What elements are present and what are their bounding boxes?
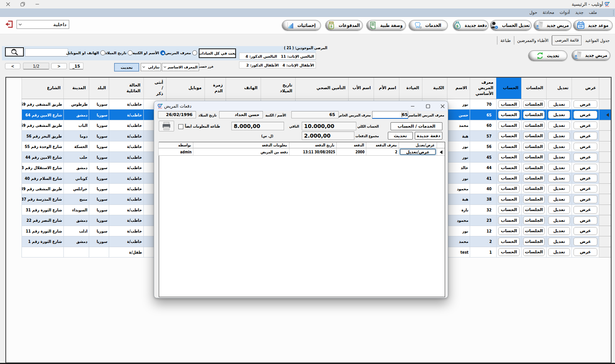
prev-page-button[interactable]: < (5, 63, 20, 69)
row-selector-cell[interactable] (599, 205, 611, 215)
row-view-button[interactable]: عرض (573, 206, 597, 214)
row-selector-cell[interactable] (599, 120, 611, 131)
new-payment-button[interactable]: دفعة جديدة$ (453, 20, 489, 31)
row-edit-button[interactable]: تعديل (548, 121, 570, 129)
tab-patients-list[interactable]: قائمة المرضى (552, 35, 582, 45)
search-button[interactable] (5, 47, 24, 57)
row-view-button[interactable]: عرض (573, 121, 597, 129)
row-view-button[interactable]: عرض (573, 132, 597, 140)
row-sessions-button[interactable]: الجلسات (523, 153, 545, 161)
row-view-button[interactable]: عرض (573, 153, 597, 161)
row-selector-cell[interactable] (599, 184, 611, 194)
tab-print[interactable]: طباعة (497, 36, 514, 45)
row-selector-cell[interactable] (599, 131, 611, 141)
new-patient-toolbar-button[interactable]: مريض جديد (534, 20, 572, 31)
row-selector-cell[interactable] (599, 247, 611, 258)
print-button[interactable] (159, 121, 174, 131)
row-view-button[interactable]: عرض (573, 164, 597, 171)
row-view-button[interactable]: عرض (573, 143, 597, 150)
pay-column-header-by[interactable]: بواسطة (158, 142, 193, 148)
column-header-id[interactable]: معرف المريض الأساسي (470, 78, 496, 99)
column-header-mobile[interactable]: موبايل (166, 78, 204, 99)
row-selector-cell[interactable] (599, 152, 611, 162)
pay-column-header-date[interactable]: تاريخ الدفعة (289, 142, 336, 148)
window-close-icon[interactable] (5, 1, 12, 8)
dlg-services-account-button[interactable]: الخدمات / الحساب (391, 122, 442, 130)
row-sessions-button[interactable]: الجلسات (523, 248, 545, 256)
column-header-birthdate[interactable]: تاريخ الميلاد (261, 78, 295, 99)
row-view-button[interactable]: عرض (573, 185, 597, 193)
column-header-sessions[interactable]: الجلسات (521, 78, 546, 99)
radio-phone-mobile[interactable]: الهاتف او الموبايل (66, 50, 105, 55)
search-input[interactable] (25, 48, 68, 57)
row-edit-button[interactable]: تعديل (548, 248, 570, 256)
radio-patient-id[interactable]: معرف المريض (165, 50, 197, 55)
pay-column-header-amount[interactable]: الدفعة (336, 142, 366, 148)
statistics-button[interactable]: إحصائيات (282, 20, 321, 31)
row-edit-button[interactable]: تعديل (548, 174, 570, 182)
sort-direction-select[interactable]: تنازلي (141, 63, 161, 71)
refresh-button[interactable]: تحديث (528, 50, 567, 61)
dialog-minimize-icon[interactable] (409, 103, 416, 110)
row-edit-button[interactable]: تعديل (548, 164, 570, 171)
row-account-button[interactable]: الحساب (498, 153, 520, 161)
column-header-city[interactable]: المدينة (63, 78, 89, 99)
row-selector-cell[interactable] (599, 141, 611, 152)
row-selector-cell[interactable] (599, 226, 611, 236)
column-header-surname[interactable]: الكنية (422, 78, 447, 99)
row-selector-cell[interactable] (599, 163, 611, 173)
row-selector-cell[interactable] (599, 110, 611, 120)
column-header-marital[interactable]: الحالة العائلية (109, 78, 143, 99)
prescription-button[interactable]: وصفة طبية (366, 20, 406, 31)
row-edit-button[interactable]: تعديل (548, 216, 570, 224)
tab-appointments[interactable]: جدول المواعيد (582, 36, 613, 45)
row-edit-button[interactable]: تعديل (548, 100, 570, 108)
print-info-checkbox[interactable] (178, 124, 183, 129)
row-view-button[interactable]: عرض (573, 195, 597, 203)
column-header-father[interactable]: اسم الأب (348, 78, 374, 99)
row-edit-button[interactable]: تعديل (548, 185, 570, 193)
row-account-button[interactable]: الحساب (498, 111, 520, 118)
dlg-refresh-button[interactable]: تحديث (388, 132, 413, 140)
menu-chat[interactable]: محادثة (540, 8, 557, 17)
sort-field-select[interactable]: المعرف الاساسي (162, 63, 199, 71)
dlg-new-payment-button[interactable]: دفعة جديدة (415, 132, 442, 140)
row-sessions-button[interactable]: الجلسات (523, 132, 545, 140)
menu-about[interactable]: حول (527, 8, 540, 17)
row-account-button[interactable]: الحساب (498, 227, 520, 235)
row-sessions-button[interactable]: الجلسات (523, 227, 545, 235)
logout-icon[interactable] (5, 20, 13, 28)
row-selector-cell[interactable] (599, 99, 611, 110)
row-edit-button[interactable]: تعديل (548, 111, 570, 118)
row-edit-button[interactable]: تعديل (548, 238, 570, 245)
pay-column-header-pay_id[interactable]: معرف الدفعة (366, 142, 399, 148)
row-edit-button[interactable]: تعديل (548, 206, 570, 214)
column-header-edit[interactable]: تعديل (546, 78, 572, 99)
row-sessions-button[interactable]: الجلسات (523, 111, 545, 118)
column-header-name[interactable]: الاسم (447, 78, 470, 99)
row-account-button[interactable]: الحساب (498, 206, 520, 214)
row-sessions-button[interactable]: الجلسات (523, 100, 545, 108)
row-sessions-button[interactable]: الجلسات (523, 143, 545, 150)
row-selector-cell[interactable] (599, 236, 611, 247)
pay-column-header-info[interactable]: معلومات الدفعة (193, 142, 289, 148)
new-appointment-button[interactable]: موعد جديد15 (573, 20, 613, 31)
row-edit-button[interactable]: تعديل (548, 195, 570, 203)
radio-name-surname[interactable]: الأسم او الكنية (133, 50, 165, 55)
services-button[interactable]: الخدمات$ (409, 20, 448, 31)
row-view-button[interactable]: عرض (573, 174, 597, 182)
column-header-mother[interactable]: اسم الأم (374, 78, 399, 99)
dlg-main-id-input[interactable]: 65 (372, 111, 408, 119)
dialog-close-icon[interactable] (439, 103, 446, 110)
row-view-button[interactable]: عرض (573, 248, 597, 256)
row-view-button[interactable]: عرض (573, 111, 597, 118)
row-selector-cell[interactable] (599, 194, 611, 204)
row-account-button[interactable]: الحساب (498, 238, 520, 245)
row-account-button[interactable]: الحساب (498, 100, 520, 108)
pay-column-header-view_edit[interactable]: عرض/تعديل (399, 142, 437, 148)
search-all-clinics-button[interactable]: بحث في كل العيادات (199, 48, 236, 58)
tab-doctors-nurses[interactable]: الأطباء والممرضين (514, 36, 552, 45)
pay-row-selector-cell[interactable] (437, 148, 445, 156)
clinic-select[interactable]: داخلية (17, 20, 69, 29)
page-size-input[interactable]: _15 (69, 63, 83, 70)
